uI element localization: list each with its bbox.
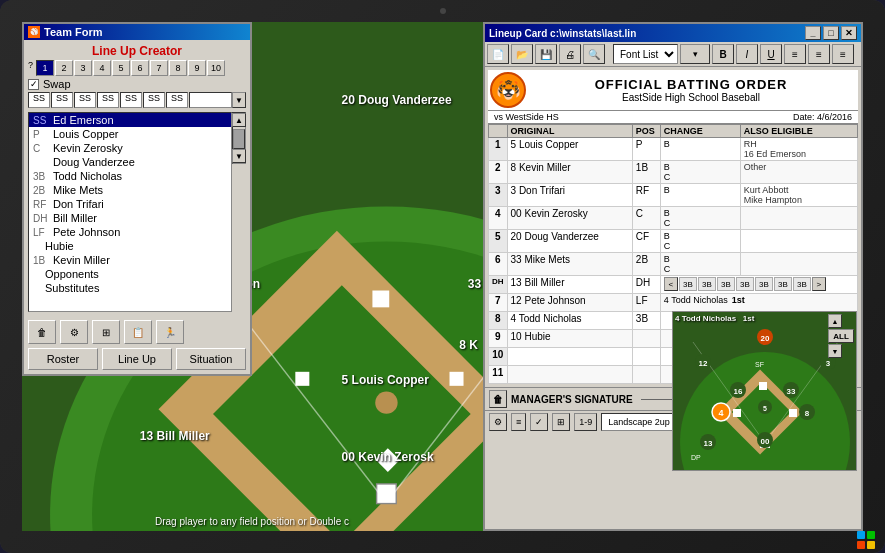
pos-input-ss5[interactable]: SS xyxy=(120,92,142,108)
pos-input-ss7[interactable]: SS xyxy=(166,92,188,108)
grid-btn[interactable]: ⊞ xyxy=(92,320,120,344)
pos-input-ss2[interactable]: SS xyxy=(51,92,73,108)
player-item-petejohnson[interactable]: LF Pete Johnson xyxy=(29,225,231,239)
new-doc-btn[interactable]: 📄 xyxy=(487,44,509,64)
player-item-zerosky[interactable]: C Kevin Zerosky xyxy=(29,141,231,155)
player-item-emerson[interactable]: SS Ed Emerson xyxy=(29,113,231,127)
dh-box-5: 3B xyxy=(755,277,773,291)
field-player-zerosky: 00 Kevin Zerosk xyxy=(342,450,434,464)
player-item-copper[interactable]: P Louis Copper xyxy=(29,127,231,141)
all-btn[interactable]: ALL xyxy=(828,329,854,343)
num-btn-4[interactable]: 4 xyxy=(93,60,111,76)
player-item-hubie[interactable]: Hubie xyxy=(29,239,231,253)
change-7-slot: 1st xyxy=(732,295,745,305)
save-btn[interactable]: 💾 xyxy=(535,44,557,64)
dh-right-arrow[interactable]: > xyxy=(812,277,826,291)
eligible-4 xyxy=(740,207,857,230)
player-item-billmiller[interactable]: DH Bill Miller xyxy=(29,211,231,225)
num-btn-7[interactable]: 7 xyxy=(150,60,168,76)
tool-buttons: 🗑 ⚙ ⊞ 📋 🏃 xyxy=(28,320,246,344)
num-btn-2[interactable]: 2 xyxy=(55,60,73,76)
list-status-btn[interactable]: ≡ xyxy=(511,413,526,431)
row-num-dh: DH xyxy=(489,276,508,294)
num-btn-3[interactable]: 3 xyxy=(74,60,92,76)
pos-input-ss3[interactable]: SS xyxy=(74,92,96,108)
original-6: 33 Mike Mets xyxy=(507,253,632,276)
batting-order-header: 🐯 OFFICIAL BATTING ORDER EastSide High S… xyxy=(488,70,858,111)
font-list-dropdown[interactable]: Font List xyxy=(613,44,678,64)
mini-controls: ▲ ALL ▼ xyxy=(828,314,854,358)
player-name: Kevin Miller xyxy=(53,254,110,266)
row-num-5: 5 xyxy=(489,230,508,253)
player-btn[interactable]: 🏃 xyxy=(156,320,184,344)
pos-dropdown[interactable] xyxy=(189,92,232,108)
lineup-btn[interactable]: Line Up xyxy=(102,348,172,370)
minimize-btn[interactable]: _ xyxy=(805,26,821,40)
scroll-up-mini[interactable]: ▲ xyxy=(828,314,842,328)
roster-btn[interactable]: Roster xyxy=(28,348,98,370)
pos-input-ss6[interactable]: SS xyxy=(143,92,165,108)
svg-text:12: 12 xyxy=(699,359,708,368)
pos-input-ss4[interactable]: SS xyxy=(97,92,119,108)
pos-9 xyxy=(632,330,660,348)
open-btn[interactable]: 📂 xyxy=(511,44,533,64)
scroll-down-btn[interactable]: ▼ xyxy=(232,149,246,163)
dh-left-arrow[interactable]: < xyxy=(664,277,678,291)
gear-btn[interactable]: ⚙ xyxy=(60,320,88,344)
copy-btn[interactable]: 📋 xyxy=(124,320,152,344)
pos-1: P xyxy=(632,138,660,161)
svg-text:13: 13 xyxy=(704,439,713,448)
scroll-down-mini[interactable]: ▼ xyxy=(828,344,842,358)
pos-dh: DH xyxy=(632,276,660,294)
player-item-substitutes[interactable]: Substitutes xyxy=(29,281,231,295)
pos-dropdown-arrow[interactable]: ▼ xyxy=(232,92,246,108)
player-list[interactable]: SS Ed Emerson P Louis Copper C Kevin Zer… xyxy=(28,112,232,312)
lineup-card-title-bar: Lineup Card c:\winstats\last.lin _ □ ✕ xyxy=(485,24,861,42)
scroll-up-btn[interactable]: ▲ xyxy=(232,113,246,127)
player-item-opponents[interactable]: Opponents xyxy=(29,267,231,281)
num-btn-1[interactable]: 1 xyxy=(36,60,54,76)
svg-rect-8 xyxy=(372,291,389,308)
svg-rect-20 xyxy=(733,409,741,417)
num-btn-10[interactable]: 10 xyxy=(207,60,225,76)
num-btn-6[interactable]: 6 xyxy=(131,60,149,76)
bold-btn[interactable]: B xyxy=(712,44,734,64)
grid-status-btn[interactable]: ⊞ xyxy=(552,413,570,431)
swap-checkbox[interactable]: ✓ xyxy=(28,79,39,90)
align-left-btn[interactable]: ≡ xyxy=(784,44,806,64)
num-btn-5[interactable]: 5 xyxy=(112,60,130,76)
trash-btn[interactable]: 🗑 xyxy=(28,320,56,344)
svg-rect-21 xyxy=(789,409,797,417)
situation-btn[interactable]: Situation xyxy=(176,348,246,370)
underline-btn[interactable]: U xyxy=(760,44,782,64)
close-btn-title[interactable]: ✕ xyxy=(841,26,857,40)
table-row: 1 5 Louis Copper P B RH16 Ed Emerson xyxy=(489,138,858,161)
gear-status-btn[interactable]: ⚙ xyxy=(489,413,507,431)
trash-sig-btn[interactable]: 🗑 xyxy=(489,390,507,408)
check-status-btn[interactable]: ✓ xyxy=(530,413,548,431)
num-btn-8[interactable]: 8 xyxy=(169,60,187,76)
scroll-thumb[interactable] xyxy=(233,129,245,149)
num-btn-9[interactable]: 9 xyxy=(188,60,206,76)
align-right-btn[interactable]: ≡ xyxy=(832,44,854,64)
italic-btn[interactable]: I xyxy=(736,44,758,64)
player-item-vanderzee[interactable]: Doug Vanderzee xyxy=(29,155,231,169)
th-pos: POS xyxy=(632,125,660,138)
align-center-btn[interactable]: ≡ xyxy=(808,44,830,64)
dh-box-3: 3B xyxy=(717,277,735,291)
tiger-logo: 🐯 xyxy=(490,72,526,108)
player-item-kevinmiller[interactable]: 1B Kevin Miller xyxy=(29,253,231,267)
player-list-scrollbar[interactable]: ▲ ▼ xyxy=(232,112,246,164)
dh-box-2: 3B xyxy=(698,277,716,291)
preview-btn[interactable]: 🔍 xyxy=(583,44,605,64)
player-item-nicholas[interactable]: 3B Todd Nicholas xyxy=(29,169,231,183)
player-item-trifari[interactable]: RF Don Trifari xyxy=(29,197,231,211)
player-item-mets[interactable]: 2B Mike Mets xyxy=(29,183,231,197)
font-size-dropdown[interactable]: ▾ xyxy=(680,44,710,64)
pos-input-ss1[interactable]: SS xyxy=(28,92,50,108)
pages-btn[interactable]: 1-9 xyxy=(574,413,597,431)
swap-label: Swap xyxy=(43,78,71,90)
print-btn[interactable]: 🖨 xyxy=(559,44,581,64)
mini-player-label: 4 Todd Nicholas 1st xyxy=(675,314,754,323)
maximize-btn[interactable]: □ xyxy=(823,26,839,40)
